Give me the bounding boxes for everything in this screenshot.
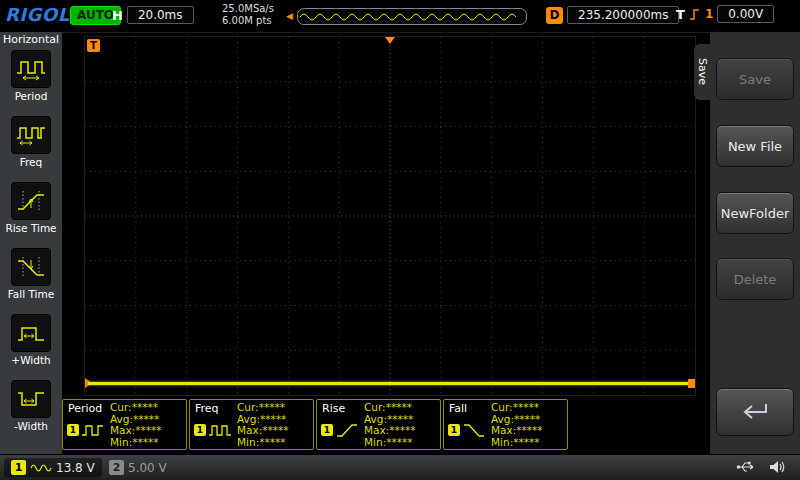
sidebar-item-freq[interactable]: Freq bbox=[0, 114, 62, 180]
fall-measure-icon: 1 bbox=[448, 422, 486, 438]
measure-menu-sidebar: Horizontal Period Freq bbox=[0, 32, 62, 455]
delete-button[interactable]: Delete bbox=[716, 258, 794, 300]
trigger-delay-group: D 235.200000ms bbox=[546, 6, 679, 24]
sidebar-item-minus-width[interactable]: -Width bbox=[0, 378, 62, 444]
measurement-stats: Cur:***** Avg:***** Max:***** Min:***** bbox=[110, 402, 162, 448]
usb-icon bbox=[736, 459, 756, 475]
trigger-source: 1 bbox=[705, 7, 713, 21]
sidebar-item-rise-time[interactable]: Rise Time bbox=[0, 180, 62, 246]
measurement-box-freq: Freq 1 Cur:***** Avg:***** Max:***** Min… bbox=[189, 399, 314, 450]
new-folder-button[interactable]: NewFolder bbox=[716, 192, 794, 234]
delay-value: 235.200000ms bbox=[567, 6, 679, 24]
return-button[interactable] bbox=[716, 388, 794, 436]
channel1-scale: 13.8 V bbox=[56, 461, 95, 475]
sidebar-item-label: Fall Time bbox=[0, 288, 62, 300]
channel2-scale: 5.00 V bbox=[128, 461, 167, 475]
measurement-name: Freq bbox=[195, 402, 219, 415]
stat-max: Max:***** bbox=[110, 425, 162, 437]
rise-measure-icon: 1 bbox=[321, 422, 359, 438]
stat-min: Min:***** bbox=[364, 437, 416, 449]
source-badge: 1 bbox=[67, 424, 79, 436]
measurement-stats: Cur:***** Avg:***** Max:***** Min:***** bbox=[364, 402, 416, 448]
stat-cur: Cur:***** bbox=[491, 402, 543, 414]
top-status-bar: RIGOL AUTO H 20.0ms 25.0MSa/s 6.00M pts … bbox=[0, 0, 800, 33]
stat-max: Max:***** bbox=[364, 425, 416, 437]
bottom-status-bar: 1 13.8 V 2 5.00 V bbox=[0, 454, 800, 480]
waveform-memory-preview: ◀ bbox=[286, 8, 527, 25]
timebase-value: 20.0ms bbox=[127, 6, 194, 24]
measurement-name: Fall bbox=[449, 402, 467, 415]
period-icon bbox=[11, 50, 51, 88]
stat-max: Max:***** bbox=[491, 425, 543, 437]
source-badge: 1 bbox=[194, 424, 206, 436]
sidebar-item-period[interactable]: Period bbox=[0, 48, 62, 114]
trigger-position-icon bbox=[385, 37, 395, 44]
stat-cur: Cur:***** bbox=[237, 402, 289, 414]
sidebar-item-label: Freq bbox=[0, 156, 62, 168]
measurement-box-rise: Rise 1 Cur:***** Avg:***** Max:***** Min… bbox=[316, 399, 441, 450]
stat-cur: Cur:***** bbox=[110, 402, 162, 414]
sidebar-item-fall-time[interactable]: Fall Time bbox=[0, 246, 62, 312]
sidebar-item-label: Rise Time bbox=[0, 222, 62, 234]
channel1-trace bbox=[88, 382, 689, 385]
return-icon bbox=[738, 401, 772, 423]
channel1-badge: 1 bbox=[11, 460, 26, 475]
waveform-display-grid: T bbox=[84, 36, 696, 396]
stat-min: Min:***** bbox=[110, 437, 162, 449]
measure-menu-title: Horizontal bbox=[3, 33, 59, 46]
h-label: H bbox=[112, 8, 123, 23]
trigger-info-group: T 1 0.00V bbox=[676, 5, 774, 23]
channel2-status[interactable]: 2 5.00 V bbox=[102, 458, 174, 477]
source-badge: 1 bbox=[321, 424, 333, 436]
preview-position-icon: ◀ bbox=[286, 12, 293, 21]
trigger-level-value: 0.00V bbox=[717, 5, 774, 23]
measurement-name: Rise bbox=[322, 402, 345, 415]
minus-width-icon bbox=[11, 380, 51, 418]
stat-min: Min:***** bbox=[491, 437, 543, 449]
stat-cur: Cur:***** bbox=[364, 402, 416, 414]
trigger-corner-marker: T bbox=[87, 39, 100, 52]
sample-info: 25.0MSa/s 6.00M pts bbox=[222, 3, 274, 27]
trigger-slope-icon bbox=[689, 7, 701, 21]
memory-depth: 6.00M pts bbox=[222, 15, 274, 27]
menu-tab-save: Save bbox=[694, 44, 711, 100]
measurement-box-period: Period 1 Cur:***** Avg:***** Max:***** M… bbox=[62, 399, 187, 450]
sidebar-item-plus-width[interactable]: +Width bbox=[0, 312, 62, 378]
sidebar-item-label: -Width bbox=[0, 420, 62, 432]
trigger-label: T bbox=[676, 7, 685, 22]
horizontal-timebase-group: H 20.0ms bbox=[112, 6, 194, 24]
channel2-badge: 2 bbox=[109, 460, 124, 475]
freq-measure-icon: 1 bbox=[194, 422, 232, 438]
period-measure-icon: 1 bbox=[67, 422, 105, 438]
measurement-stats: Cur:***** Avg:***** Max:***** Min:***** bbox=[237, 402, 289, 448]
save-button[interactable]: Save bbox=[716, 58, 794, 100]
measurement-box-fall: Fall 1 Cur:***** Avg:***** Max:***** Min… bbox=[443, 399, 568, 450]
brand-logo: RIGOL bbox=[5, 4, 70, 25]
preview-wave-icon bbox=[298, 10, 526, 24]
channel1-wave-icon bbox=[30, 462, 52, 474]
trace-right-marker-icon bbox=[688, 379, 695, 388]
save-menu-panel: Save New File NewFolder Delete bbox=[710, 32, 800, 455]
speaker-icon bbox=[768, 459, 786, 475]
channel1-status[interactable]: 1 13.8 V bbox=[4, 458, 102, 477]
new-file-button[interactable]: New File bbox=[716, 125, 794, 167]
graticule bbox=[85, 37, 695, 395]
preview-strip bbox=[297, 8, 527, 25]
delay-badge: D bbox=[546, 7, 563, 24]
rise-time-icon bbox=[11, 182, 51, 220]
sidebar-item-label: +Width bbox=[0, 354, 62, 366]
measurement-readout-row: Period 1 Cur:***** Avg:***** Max:***** M… bbox=[62, 399, 568, 450]
plus-width-icon bbox=[11, 314, 51, 352]
fall-time-icon bbox=[11, 248, 51, 286]
freq-icon bbox=[11, 116, 51, 154]
measurement-name: Period bbox=[68, 402, 102, 415]
measurement-stats: Cur:***** Avg:***** Max:***** Min:***** bbox=[491, 402, 543, 448]
stat-max: Max:***** bbox=[237, 425, 289, 437]
sidebar-item-label: Period bbox=[0, 90, 62, 102]
oscilloscope-screen: RIGOL AUTO H 20.0ms 25.0MSa/s 6.00M pts … bbox=[0, 0, 800, 480]
sample-rate: 25.0MSa/s bbox=[222, 3, 274, 15]
source-badge: 1 bbox=[448, 424, 460, 436]
stat-min: Min:***** bbox=[237, 437, 289, 449]
